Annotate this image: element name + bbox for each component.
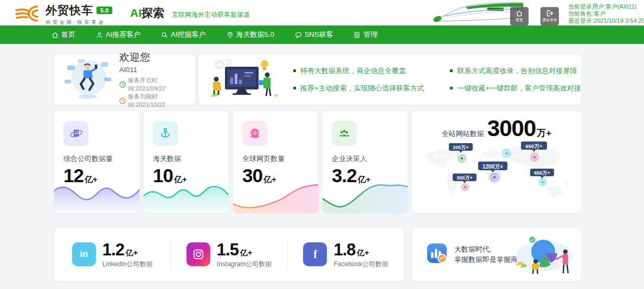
trend-chart bbox=[54, 182, 139, 213]
nav-label: AI推荐客户 bbox=[106, 30, 140, 40]
trend-chart bbox=[144, 182, 229, 213]
last-login: 最近登录:2021/10/19 3:54:20 bbox=[568, 17, 644, 24]
site-data-map-card: 全站网站数据 3000 万+ bbox=[412, 111, 581, 213]
svg-text:1200万+: 1200万+ bbox=[482, 164, 503, 170]
map-marker-green bbox=[456, 153, 467, 164]
linkedin-icon: in bbox=[72, 242, 96, 266]
logout-icon bbox=[546, 10, 553, 17]
current-user: 当前登录用户:客户(AI011) bbox=[568, 3, 644, 10]
social-label: Instagram公司数据 bbox=[217, 260, 272, 269]
nav-item-customs-data[interactable]: 海关数据5.0 bbox=[227, 30, 274, 40]
nav-item-ai-recommend[interactable]: AI推荐客户 bbox=[96, 30, 140, 40]
stat-card-webpages: 全球网页数量 30 亿+ bbox=[233, 111, 318, 213]
svg-text:650万+: 650万+ bbox=[534, 170, 550, 176]
current-role: 当前角色:客户 bbox=[568, 10, 644, 17]
chat-icon bbox=[295, 31, 302, 38]
facebook-glyph: f bbox=[313, 248, 317, 261]
map-unit: 万+ bbox=[537, 127, 551, 139]
feature-bullet: 推荐+主动搜索，实现随心选择获客方式 bbox=[293, 84, 424, 93]
bigdata-promo-card: 大数据时代, 掌握数据即是掌握商机 bbox=[412, 228, 581, 281]
nav-label: 海关数据5.0 bbox=[236, 30, 274, 40]
logout-button[interactable]: 退出登录 bbox=[540, 7, 559, 25]
nav-label: SNS获客 bbox=[305, 30, 333, 40]
feature-bullet: 一键收藏+一键群邮，客户管理高效对接 bbox=[450, 84, 581, 93]
chart-icon bbox=[426, 242, 448, 266]
feature-bullet: 联系方式高度收录，告别信息对接屏障 bbox=[450, 66, 581, 76]
brand-logo[interactable]: 外贸快车 5.0 外贸全球 快车直达 bbox=[15, 3, 112, 26]
feature-bullet: 特有大数据系统，商企信息全覆盖 bbox=[293, 66, 424, 76]
map-marker-cyan-top bbox=[501, 148, 512, 159]
welcome-card: 欢迎您 AI011 服务开启时间:2021/09/22 服务到期时间:2021/… bbox=[54, 54, 195, 105]
clock-start-icon bbox=[119, 81, 126, 88]
product-title-accent: AI bbox=[130, 7, 141, 20]
nav-item-home[interactable]: 首页 bbox=[51, 30, 75, 40]
stat-label: 企业决策人 bbox=[332, 154, 408, 164]
search-icon bbox=[161, 31, 168, 38]
welcome-account: AI011 bbox=[119, 66, 195, 74]
social-unit: 亿+ bbox=[240, 248, 252, 258]
map-marker-purple bbox=[488, 171, 500, 183]
map-bubble-1200: 1200万+ bbox=[478, 162, 507, 172]
map-title: 全站网站数据 bbox=[442, 129, 484, 139]
svg-text:200万+: 200万+ bbox=[453, 145, 468, 150]
instagram-icon bbox=[186, 242, 210, 266]
company-icon bbox=[63, 121, 88, 146]
service-expire-line: 服务到期时间:2021/10/22 bbox=[119, 93, 195, 109]
nav-item-sns[interactable]: SNS获客 bbox=[295, 30, 333, 40]
app-header: 外贸快车 5.0 外贸全球 快车直达 AI 探索 互联网海外主动获客新渠道 首页 bbox=[0, 0, 644, 25]
social-unit: 亿+ bbox=[126, 248, 138, 258]
map-marker-pink bbox=[529, 152, 540, 163]
stat-card-customs-data: 海关数据 10 亿+ bbox=[144, 111, 229, 213]
nav-item-ai-mining[interactable]: AI挖掘客户 bbox=[161, 30, 205, 40]
social-value: 1.8 bbox=[333, 240, 355, 260]
welcome-greeting: 欢迎您 bbox=[119, 50, 195, 65]
stat-card-decision-makers: 企业决策人 3.2 亿+ bbox=[323, 111, 408, 213]
product-title-text: 探索 bbox=[141, 5, 164, 21]
stat-label: 综合公司数据量 bbox=[63, 154, 139, 164]
svg-text:300万+: 300万+ bbox=[456, 175, 472, 181]
social-value: 1.5 bbox=[217, 240, 239, 260]
home-icon bbox=[516, 10, 523, 17]
service-start-text: 服务开启时间:2021/09/22 bbox=[128, 76, 195, 93]
nav-label: 管理 bbox=[363, 30, 377, 40]
social-value: 1.2 bbox=[102, 240, 124, 260]
pin-icon bbox=[227, 31, 234, 38]
map-marker-pink-south bbox=[461, 183, 470, 192]
anchor-icon bbox=[153, 121, 178, 146]
instagram-stat: 1.5 亿+ Instagram公司数据 bbox=[170, 239, 287, 269]
nav-label: 首页 bbox=[61, 30, 75, 40]
linkedin-stat: in 1.2 亿+ Linkedin公司数据 bbox=[54, 239, 170, 269]
product-subtitle: 互联网海外主动获客新渠道 bbox=[172, 10, 250, 20]
team-icon bbox=[332, 121, 357, 146]
trend-chart bbox=[233, 182, 318, 213]
nav-item-manage[interactable]: 管理 bbox=[353, 30, 377, 40]
stat-label: 全球网页数量 bbox=[242, 154, 318, 164]
facebook-icon: f bbox=[303, 242, 327, 266]
brand-name: 外贸快车 bbox=[46, 3, 93, 18]
features-illustration bbox=[210, 57, 278, 102]
svg-text:650万+: 650万+ bbox=[526, 143, 543, 149]
brand-slogan: 外贸全球 快车直达 bbox=[46, 19, 112, 26]
product-title: AI 探索 互联网海外主动获客新渠道 bbox=[130, 5, 250, 21]
home-button[interactable]: 首页 bbox=[510, 7, 529, 25]
map-value: 3000 bbox=[487, 115, 536, 142]
user-session-info: 当前登录用户:客户(AI011) 当前角色:客户 最近登录:2021/10/19… bbox=[568, 3, 644, 24]
service-start-line: 服务开启时间:2021/09/22 bbox=[119, 76, 195, 93]
service-expire-text: 服务到期时间:2021/10/22 bbox=[128, 93, 195, 109]
stat-card-company-data: 综合公司数据量 12 亿+ bbox=[54, 111, 139, 213]
map-bubble-650-east: 650万+ bbox=[530, 169, 554, 178]
linkedin-glyph: in bbox=[80, 249, 88, 260]
trend-chart bbox=[323, 182, 408, 213]
social-data-card: in 1.2 亿+ Linkedin公司数据 bbox=[54, 228, 404, 281]
home-button-label: 首页 bbox=[516, 17, 523, 23]
social-label: Linkedin公司数据 bbox=[102, 260, 153, 269]
bigdata-illustration bbox=[512, 234, 576, 278]
map-marker-cyan-east bbox=[538, 178, 548, 187]
stat-label: 海关数据 bbox=[153, 154, 229, 164]
clock-expire-icon bbox=[119, 98, 126, 104]
main-content: 欢迎您 AI011 服务开启时间:2021/09/22 服务到期时间:2021/… bbox=[54, 54, 581, 281]
file-icon bbox=[353, 31, 360, 38]
home-icon bbox=[51, 31, 59, 38]
nav-label: AI挖掘客户 bbox=[171, 30, 205, 40]
logo-wings-icon bbox=[15, 4, 41, 25]
